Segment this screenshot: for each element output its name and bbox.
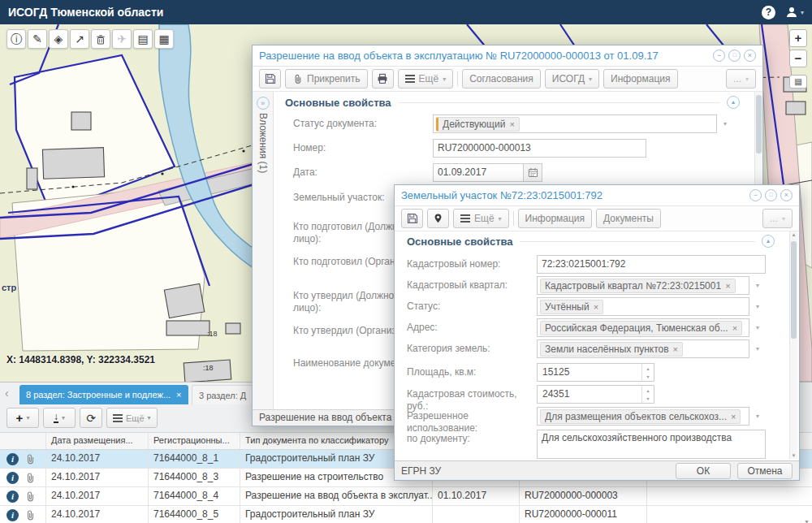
maximize-icon[interactable]: □	[728, 50, 741, 62]
tag-remove-icon[interactable]: ×	[673, 344, 678, 354]
tag-remove-icon[interactable]: ×	[594, 302, 598, 312]
print-button[interactable]	[372, 69, 394, 89]
tab-section-8[interactable]: 8 раздел: Застроенные и подлеж... ×	[19, 385, 188, 404]
attachments-tab[interactable]: Вложения (1)	[257, 113, 269, 173]
by-document-textarea[interactable]: Для сельскохозяйственного производства	[537, 430, 766, 459]
attach-button[interactable]: Прикрепить	[285, 69, 368, 89]
col-header-reg[interactable]: Регистрационны...	[149, 433, 240, 449]
minimize-icon[interactable]: −	[713, 50, 725, 62]
ok-button[interactable]: ОК	[676, 463, 731, 479]
overflow-button[interactable]: ... ▾	[762, 209, 793, 228]
cell-docnumber: RU72000000-000011	[520, 506, 647, 523]
tab-scroll-left-icon[interactable]: ‹	[5, 387, 9, 400]
table-row[interactable]: i 24.10.2017 71644000_8_4 Разрешение на …	[0, 487, 812, 506]
expand-attachments-icon[interactable]: »	[257, 97, 270, 110]
scrollbar-thumb[interactable]	[791, 241, 797, 339]
collapse-section-icon[interactable]: ▴	[762, 235, 775, 248]
geometry-icon[interactable]: ◈	[49, 29, 68, 49]
calendar-button[interactable]	[524, 163, 542, 182]
save-button[interactable]	[259, 69, 281, 89]
attachment-icon[interactable]	[24, 472, 36, 483]
field-label: Статус:	[407, 297, 537, 313]
area-stepper[interactable]: 15125 ▴ ▾	[537, 363, 654, 382]
maximize-icon[interactable]: □	[765, 189, 777, 201]
cad-block-dropdown[interactable]: Кадастровый квартал №72:23:0215001 × ▾	[537, 276, 766, 295]
row-info-icon[interactable]: i	[6, 472, 19, 484]
zoom-in-button[interactable]: +	[789, 29, 807, 47]
table-row[interactable]: i 24.10.2017 71644000_8_5 Градостроитель…	[0, 506, 812, 523]
attachment-icon[interactable]	[24, 453, 36, 465]
information-button[interactable]: Информация	[518, 209, 592, 228]
egrn-button[interactable]: ЕГРН ЗУ	[401, 465, 441, 477]
attachment-icon[interactable]	[24, 491, 36, 502]
status-dropdown[interactable]: Учтённый × ▾	[537, 297, 766, 316]
more-button[interactable]: Ещё ▾	[398, 69, 454, 89]
attachment-icon[interactable]	[24, 509, 36, 521]
save-button[interactable]	[401, 209, 423, 228]
spin-down-icon[interactable]: ▾	[646, 395, 649, 401]
scrollbar-thumb[interactable]	[756, 95, 762, 153]
help-icon[interactable]: ?	[762, 6, 775, 19]
dialog-titlebar[interactable]: Разрешение на ввод объекта в эксплуатаци…	[253, 45, 762, 67]
row-info-icon[interactable]: i	[6, 453, 19, 465]
field-label: Адрес:	[407, 318, 537, 334]
permitted-use-dropdown[interactable]: Для размещения объектов сельскохоз... × …	[537, 407, 766, 426]
tag-remove-icon[interactable]: ×	[731, 412, 736, 421]
documents-button[interactable]: Документы	[596, 209, 661, 228]
approvals-button[interactable]: Согласования	[462, 69, 541, 89]
row-info-icon[interactable]: i	[6, 491, 19, 503]
tag-remove-icon[interactable]: ×	[509, 119, 514, 129]
spin-up-icon[interactable]: ▴	[646, 365, 649, 371]
user-menu-button[interactable]: ▾	[785, 6, 804, 19]
export-icon[interactable]: ↗	[70, 29, 89, 49]
edit-icon[interactable]: ✎	[28, 29, 47, 49]
tag-remove-icon[interactable]: ×	[732, 323, 737, 333]
information-button[interactable]: Информация	[603, 69, 677, 89]
measure-icon[interactable]: ✈	[112, 29, 132, 49]
dialog-scrollbar[interactable]: ▲ ▼	[789, 231, 797, 459]
spin-up-icon[interactable]: ▴	[646, 387, 649, 393]
cad-value-stepper[interactable]: 24351 ▴ ▾	[537, 385, 654, 404]
tab-close-icon[interactable]: ×	[176, 390, 181, 400]
land-category-dropdown[interactable]: Земли населённых пунктов × ▾	[537, 339, 766, 358]
col-header-placed[interactable]: Дата размещения...	[46, 433, 149, 449]
delete-icon[interactable]	[91, 29, 110, 49]
more-button[interactable]: Ещё ▾	[453, 209, 509, 228]
scroll-up-icon[interactable]: ▲	[790, 232, 797, 237]
layers-icon[interactable]: ▤	[133, 29, 153, 49]
zoom-out-button[interactable]: −	[789, 50, 807, 67]
minimize-icon[interactable]: −	[749, 189, 762, 201]
spin-down-icon[interactable]: ▾	[646, 374, 649, 379]
close-icon[interactable]: ×	[744, 50, 756, 62]
isogd-button[interactable]: ИСОГД ▾	[545, 69, 599, 89]
cancel-button[interactable]: Отмена	[737, 463, 793, 479]
number-input[interactable]: RU72000000-000013	[433, 139, 646, 158]
info-icon[interactable]: ⓘ	[6, 29, 26, 49]
tab-label: 8 раздел: Застроенные и подлеж...	[26, 390, 171, 400]
scroll-down-icon[interactable]: ▼	[790, 453, 797, 458]
close-icon[interactable]: ×	[780, 189, 793, 201]
dialog-titlebar[interactable]: Земельный участок №72:23:0215001:792 − □…	[395, 185, 799, 206]
legend-icon[interactable]: ▦	[154, 29, 174, 49]
basemap-button[interactable]: ▤	[789, 75, 807, 89]
show-on-map-button[interactable]	[427, 209, 449, 228]
status-tag[interactable]: Учтённый ×	[540, 300, 603, 314]
refresh-button[interactable]: ⟳	[80, 408, 102, 428]
status-dropdown[interactable]: Действующий × ▾	[433, 115, 733, 133]
overflow-button[interactable]: ... ▾	[726, 69, 756, 89]
land-category-tag[interactable]: Земли населённых пунктов ×	[540, 342, 683, 357]
cad-block-tag[interactable]: Кадастровый квартал №72:23:0215001 ×	[540, 279, 736, 293]
row-info-icon[interactable]: i	[6, 509, 19, 521]
add-document-button[interactable]: + ▾	[6, 408, 39, 428]
cad-number-input[interactable]: 72:23:0215001:792	[537, 255, 766, 274]
more-button[interactable]: Ещё ▾	[106, 408, 158, 428]
collapse-section-icon[interactable]: ▴	[727, 96, 740, 109]
date-input[interactable]: 01.09.2017	[433, 163, 524, 182]
tag-remove-icon[interactable]: ×	[725, 281, 730, 291]
address-dropdown[interactable]: Российская Федерация, Тюменская об... × …	[537, 318, 766, 337]
table-scroll-down-icon[interactable]: ▼	[804, 519, 810, 523]
address-tag[interactable]: Российская Федерация, Тюменская об... ×	[540, 321, 742, 335]
permitted-use-tag[interactable]: Для размещения объектов сельскохоз... ×	[540, 409, 741, 424]
download-button[interactable]: ↓ ▾	[43, 408, 76, 428]
status-tag[interactable]: Действующий ×	[436, 117, 520, 132]
